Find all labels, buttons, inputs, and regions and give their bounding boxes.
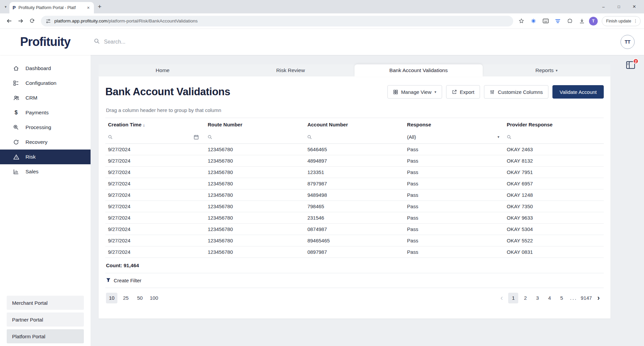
page-size-50[interactable]: 50 [134,293,146,303]
search-icon [307,135,312,139]
page-number-1[interactable]: 1 [508,293,518,303]
url-bar[interactable]: platform.app.profituity.com/platform-por… [41,16,513,26]
sidebar-item-label: Payments [25,110,49,116]
cell-creation-time: 9/27/2024 [105,212,205,223]
column-header-route-number[interactable]: Route Number [205,118,305,131]
table-row[interactable]: 9/27/2024123456780231546PassOKAY 9633 [105,212,604,223]
tab-reports[interactable]: Reports▾ [483,64,611,76]
browser-menu-icon[interactable]: ⋮ [633,18,638,23]
portal-partner[interactable]: Partner Portal [7,312,84,327]
filter-creation-time[interactable] [105,131,205,143]
user-avatar[interactable]: TT [621,35,635,49]
filter-route-number[interactable] [205,131,305,143]
cell-route-number: 123456780 [205,178,305,189]
table-row[interactable]: 9/27/2024123456780123351PassOKAY 7951 [105,166,604,178]
table-row[interactable]: 9/27/20241234567809489498PassOKAY 1248 [105,189,604,200]
close-button[interactable]: × [627,3,642,10]
cell-account-number: 89465465 [305,235,404,246]
sidebar-item-payments[interactable]: $ Payments [0,105,91,120]
forward-icon[interactable] [15,15,26,27]
column-header-creation-time[interactable]: Creation Time↓ [105,118,205,131]
extension-asterisk-icon[interactable] [529,16,539,26]
table-row[interactable]: 9/27/20241234567800874987PassOKAY 5304 [105,223,604,235]
extension-keyboard-icon[interactable] [541,16,551,26]
portal-merchant[interactable]: Merchant Portal [7,296,84,310]
bar-chart-icon [13,169,19,175]
cell-creation-time: 9/27/2024 [105,143,205,155]
column-header-provider-response[interactable]: Provider Response [504,118,604,131]
table-row[interactable]: 9/27/20241234567804894897PassOKAY 8132 [105,155,604,166]
bookmark-star-icon[interactable] [517,16,527,26]
page-number-9147[interactable]: 9147 [581,293,592,303]
extension-bars-icon[interactable] [553,16,563,26]
cell-account-number: 798465 [305,200,404,212]
extensions-puzzle-icon[interactable] [565,16,575,26]
page-number-2[interactable]: 2 [520,293,530,303]
tab-close-icon[interactable]: × [86,5,90,10]
filter-response-select[interactable]: (All) ▾ [405,131,504,143]
page-size-25[interactable]: 25 [120,293,131,303]
cell-creation-time: 9/27/2024 [105,166,205,178]
filter-account-number[interactable] [305,131,404,143]
filter-provider-response[interactable] [504,131,604,143]
sidebar-item-processing[interactable]: Processing [0,120,91,135]
sidebar-item-configuration[interactable]: Configuration [0,76,91,91]
table-row[interactable]: 9/27/20241234567808797987PassOKAY 6957 [105,178,604,189]
cell-creation-time: 9/27/2024 [105,235,205,246]
portal-platform[interactable]: Platform Portal [7,329,84,343]
sidebar-item-sales[interactable]: Sales [0,164,91,179]
notification-badge: 2 [633,58,639,64]
tab-home[interactable]: Home [99,64,227,76]
page-size-100[interactable]: 100 [148,293,160,303]
chevron-down-icon: ▾ [497,135,499,139]
url-text: platform.app.profituity.com/platform-por… [54,18,198,23]
download-icon[interactable] [577,16,587,26]
tab-bank-account-validations[interactable]: Bank Account Validations [355,64,483,76]
sidebar-item-label: Recovery [25,139,47,145]
browser-tab[interactable]: P Profituity Platform Portal - Platf × [9,2,94,13]
page-number-5[interactable]: 5 [556,293,567,303]
finish-update-button[interactable]: Finish update ⋮ [602,16,641,26]
sidebar-item-crm[interactable]: CRM [0,91,91,105]
search-input[interactable] [104,39,245,45]
page-number-4[interactable]: 4 [544,293,554,303]
browser-profile-avatar[interactable]: T [589,17,598,25]
column-header-account-number[interactable]: Account Number [305,118,404,131]
table-row[interactable]: 9/27/2024123456780798465PassOKAY 7350 [105,200,604,212]
calendar-icon[interactable] [194,134,199,140]
export-icon [452,90,457,95]
page-number-3[interactable]: 3 [532,293,542,303]
tab-risk-review[interactable]: Risk Review [227,64,355,76]
cell-route-number: 123456780 [205,166,305,178]
validate-account-button[interactable]: Validate Account [552,85,604,99]
search-icon [507,135,512,139]
cell-route-number: 123456780 [205,143,305,155]
column-header-response[interactable]: Response [405,118,504,131]
customize-columns-button[interactable]: Customize Columns [484,85,548,99]
reload-icon[interactable] [26,15,38,27]
global-search[interactable] [94,38,245,46]
cell-route-number: 123456780 [205,246,305,257]
sidebar-item-recovery[interactable]: Recovery [0,135,91,150]
back-icon[interactable] [3,15,15,27]
chevron-right-icon[interactable]: › [594,294,603,302]
side-panel-toggle[interactable]: 2 [626,61,636,71]
sidebar-item-dashboard[interactable]: Dashboard [0,61,91,76]
manage-view-button[interactable]: Manage View ▾ [387,85,442,99]
url-path: /platform-portal/Risk/BankAccountValidat… [107,18,198,23]
sidebar-item-risk[interactable]: Risk [0,150,91,164]
table-row[interactable]: 9/27/20241234567805646465PassOKAY 2463 [105,143,604,155]
export-button[interactable]: Export [446,85,480,99]
toolbar-right: T Finish update ⋮ [517,16,641,26]
tab-list-chevron-icon[interactable]: ▾ [2,5,9,9]
new-tab-button[interactable]: + [94,3,106,10]
cell-provider-response: OKAY 5304 [504,223,604,235]
table-row[interactable]: 9/27/202412345678089465465PassOKAY 5522 [105,235,604,246]
chevron-left-icon[interactable]: ‹ [497,294,506,302]
minimize-button[interactable]: – [596,4,611,9]
maximize-button[interactable]: □ [611,4,627,9]
table-row[interactable]: 9/27/20241234567800897987PassOKAY 0831 [105,246,604,257]
site-info-icon[interactable] [46,18,51,24]
page-size-10[interactable]: 10 [106,293,117,303]
create-filter-button[interactable]: Create Filter [105,273,604,288]
